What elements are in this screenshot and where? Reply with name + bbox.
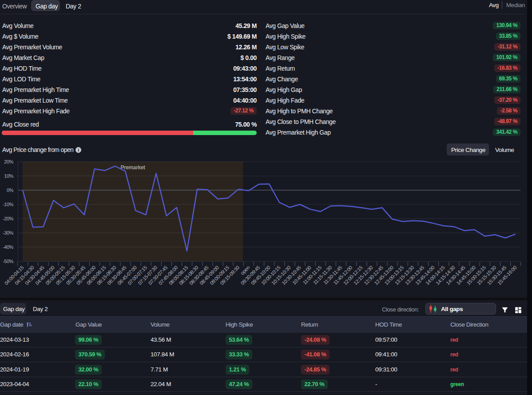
svg-text:20%: 20% [4, 159, 13, 164]
svg-text:Premarket: Premarket [120, 164, 145, 171]
svg-text:-30%: -30% [3, 230, 14, 235]
svg-text:-40%: -40% [3, 244, 14, 250]
svg-text:-10%: -10% [3, 202, 14, 207]
svg-text:0%: 0% [7, 188, 14, 193]
svg-text:-50%: -50% [3, 259, 14, 264]
svg-text:-20%: -20% [3, 216, 14, 221]
svg-text:10%: 10% [4, 173, 13, 179]
